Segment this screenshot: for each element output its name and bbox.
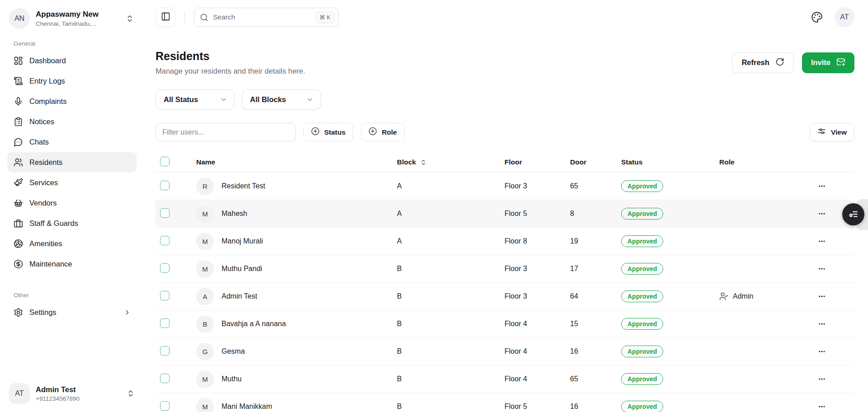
row-actions-button[interactable]	[817, 208, 830, 219]
dashboard-icon	[14, 56, 23, 66]
table-row[interactable]: M Mahesh A Floor 5 8 Approved	[156, 200, 854, 228]
resident-door: 19	[570, 237, 621, 245]
row-checkbox[interactable]	[160, 208, 170, 218]
row-checkbox[interactable]	[160, 236, 170, 245]
select-all-checkbox[interactable]	[160, 157, 170, 166]
row-actions-button[interactable]	[817, 236, 830, 247]
table-row[interactable]: M Manoj Murali A Floor 8 19 Approved	[156, 228, 854, 255]
theme-button[interactable]	[811, 11, 823, 23]
panel-left-icon	[161, 12, 170, 23]
status-badge: Approved	[621, 263, 663, 275]
column-header-floor: Floor	[505, 158, 570, 166]
sidebar-item-staff-guards[interactable]: Staff & Guards	[7, 213, 137, 233]
role-filter-button-label: Role	[382, 128, 397, 136]
status-filter-button[interactable]: Status	[303, 123, 353, 141]
table-row[interactable]: B Bavahja a A nanana B Floor 4 15 Approv…	[156, 310, 854, 338]
row-actions-button[interactable]	[817, 263, 830, 274]
resident-block: B	[397, 375, 505, 383]
residents-icon	[14, 158, 23, 167]
filter-selects: All Status All Blocks	[156, 89, 854, 110]
resident-door: 16	[570, 403, 621, 411]
sidebar-item-label: Amenities	[29, 239, 62, 248]
sidebar-item-label: Dashboard	[29, 56, 66, 65]
column-header-block[interactable]: Block	[397, 158, 416, 166]
refresh-icon	[775, 57, 784, 68]
row-checkbox[interactable]	[160, 318, 170, 328]
row-actions-button[interactable]	[817, 374, 830, 384]
resident-floor: Floor 4	[505, 347, 570, 356]
notices-icon	[14, 117, 23, 126]
row-checkbox[interactable]	[160, 346, 170, 356]
row-checkbox[interactable]	[160, 291, 170, 300]
row-actions-button[interactable]	[817, 346, 830, 357]
resident-block: B	[397, 320, 505, 328]
view-button-label: View	[831, 128, 847, 136]
column-header-name: Name	[196, 158, 397, 166]
row-checkbox[interactable]	[160, 401, 170, 411]
chevrons-up-down-icon	[126, 14, 134, 23]
org-avatar: AN	[9, 8, 30, 29]
row-actions-button[interactable]	[817, 401, 830, 412]
row-checkbox[interactable]	[160, 374, 170, 383]
row-checkbox[interactable]	[160, 263, 170, 273]
user-avatar: AT	[9, 383, 30, 404]
table-row[interactable]: G Gesma B Floor 4 16 Approved	[156, 338, 854, 365]
sidebar-item-notices[interactable]: Notices	[7, 112, 137, 131]
feedback-widget-button[interactable]	[842, 203, 864, 225]
sidebar-item-settings[interactable]: Settings	[7, 302, 137, 322]
row-avatar: R	[196, 178, 214, 195]
row-avatar: M	[196, 370, 214, 388]
org-switcher[interactable]: AN Appaswamy New Chennai, Tamilnadu,...	[7, 6, 137, 31]
status-filter-value: All Status	[164, 95, 198, 104]
search-box[interactable]: ⌘ K	[194, 8, 339, 27]
table-row[interactable]: M Muthu B Floor 4 65 Approved	[156, 365, 854, 393]
sidebar-item-vendors[interactable]: Vendors	[7, 193, 137, 213]
table-row[interactable]: A Admin Test B Floor 3 64 Approved Admin	[156, 283, 854, 310]
table-toolbar: Status Role View	[156, 123, 854, 141]
search-input[interactable]	[213, 13, 311, 21]
blocks-filter-select[interactable]: All Blocks	[242, 89, 321, 110]
resident-name: Resident Test	[222, 182, 265, 190]
row-actions-button[interactable]	[817, 318, 830, 329]
row-avatar: M	[196, 260, 214, 278]
column-header-role: Role	[719, 158, 815, 166]
account-avatar[interactable]: AT	[835, 7, 854, 27]
sidebar-item-complaints[interactable]: Complaints	[7, 91, 137, 111]
topbar-divider	[184, 11, 185, 23]
topbar: ⌘ K AT	[156, 0, 854, 34]
row-checkbox[interactable]	[160, 181, 170, 190]
row-actions-button[interactable]	[817, 181, 830, 192]
sidebar-item-residents[interactable]: Residents	[7, 152, 137, 172]
resident-door: 16	[570, 347, 621, 356]
sidebar-item-entry-logs[interactable]: Entry Logs	[7, 71, 137, 91]
user-switcher[interactable]: AT Admin Test +911234567890	[7, 381, 137, 406]
view-button[interactable]: View	[810, 123, 854, 141]
filter-users-input[interactable]	[156, 123, 296, 141]
sidebar-item-dashboard[interactable]: Dashboard	[7, 51, 137, 70]
resident-name: Manoj Murali	[222, 237, 263, 245]
refresh-button[interactable]: Refresh	[732, 52, 793, 73]
sidebar-item-label: Settings	[29, 308, 57, 317]
table-row[interactable]: R Resident Test A Floor 3 65 Approved	[156, 173, 854, 200]
role-filter-button[interactable]: Role	[361, 123, 405, 141]
row-actions-button[interactable]	[817, 291, 830, 302]
org-name: Appaswamy New	[36, 10, 99, 19]
sidebar-item-chats[interactable]: Chats	[7, 132, 137, 152]
nav-section-label: General	[14, 40, 137, 47]
sidebar-item-maintenance[interactable]: Maintenance	[7, 254, 137, 274]
sort-icon[interactable]	[420, 159, 427, 166]
mail-plus-icon	[836, 57, 845, 68]
invite-button[interactable]: Invite	[802, 52, 854, 73]
status-filter-select[interactable]: All Status	[156, 89, 235, 110]
table-row[interactable]: M Muthu Pandi B Floor 3 17 Approved	[156, 255, 854, 283]
sidebar-toggle-button[interactable]	[156, 7, 175, 27]
resident-block: B	[397, 292, 505, 300]
sidebar-item-label: Notices	[29, 117, 54, 126]
table-row[interactable]: M Mani Manikkam B Floor 5 16 Approved	[156, 393, 854, 412]
sidebar-item-amenities[interactable]: Amenities	[7, 234, 137, 253]
sidebar-item-services[interactable]: Services	[7, 173, 137, 192]
row-avatar: M	[196, 233, 214, 250]
plus-circle-icon	[368, 127, 377, 137]
resident-door: 64	[570, 292, 621, 300]
resident-name: Mani Manikkam	[222, 403, 272, 411]
